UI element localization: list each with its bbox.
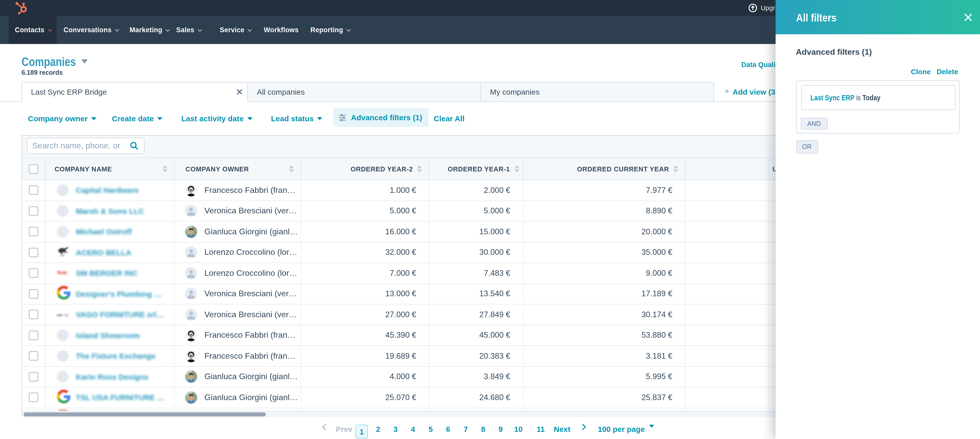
svg-text:LEX: LEX [60,254,65,257]
svg-text:Reki: Reki [57,270,67,275]
